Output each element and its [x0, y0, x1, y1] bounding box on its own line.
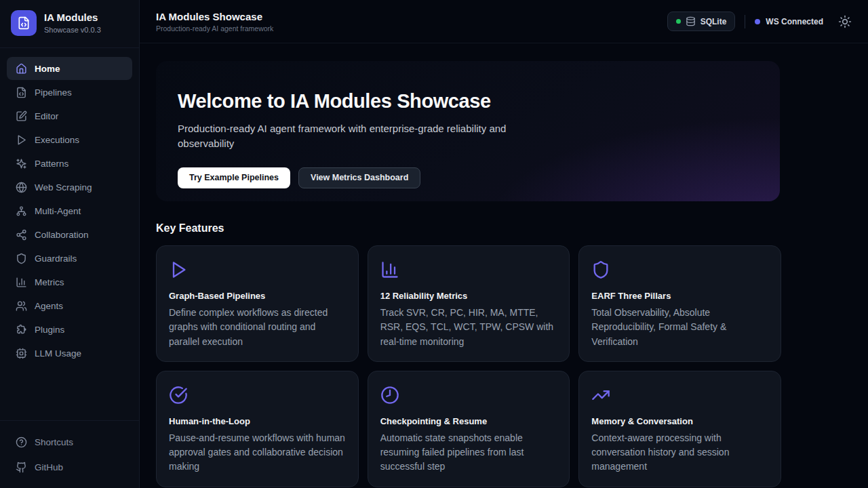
- database-icon: [686, 16, 696, 26]
- feature-card-memory-conversation: Memory & Conversation Context-aware proc…: [578, 371, 781, 487]
- shield-icon: [591, 260, 610, 279]
- app-logo: [11, 10, 37, 36]
- sidebar-item-label: Pipelines: [35, 87, 72, 98]
- sidebar-item-llm-usage[interactable]: LLM Usage: [7, 342, 132, 365]
- github-icon: [16, 462, 27, 473]
- ws-status-dot: [755, 19, 760, 24]
- trending-up-icon: [591, 386, 610, 405]
- users-icon: [16, 300, 27, 312]
- hero-title: Welcome to IA Modules Showcase: [178, 90, 758, 113]
- sidebar-item-label: Editor: [35, 111, 58, 121]
- play-icon: [16, 134, 27, 146]
- sidebar-item-patterns[interactable]: Patterns: [7, 152, 132, 175]
- feature-card-checkpointing-resume: Checkpointing & Resume Automatic state s…: [368, 371, 570, 487]
- key-features-heading: Key Features: [156, 222, 852, 235]
- share-icon: [16, 229, 27, 241]
- hero-subtitle: Production-ready AI agent framework with…: [178, 121, 518, 151]
- page-subtitle: Production-ready AI agent framework: [156, 24, 273, 33]
- divider: [745, 15, 745, 28]
- clock-icon: [380, 386, 399, 405]
- home-icon: [16, 63, 27, 75]
- feature-card-title: Human-in-the-Loop: [169, 416, 346, 426]
- hero-banner: Welcome to IA Modules Showcase Productio…: [156, 61, 780, 201]
- sidebar-item-multi-agent[interactable]: Multi-Agent: [7, 199, 132, 222]
- sidebar-item-label: GitHub: [35, 462, 63, 472]
- ws-status: WS Connected: [755, 17, 823, 26]
- feature-card-title: Memory & Conversation: [591, 416, 768, 426]
- try-example-pipelines-button[interactable]: Try Example Pipelines: [178, 167, 290, 188]
- feature-card-title: 12 Reliability Metrics: [380, 291, 557, 301]
- brand-title: IA Modules: [44, 12, 101, 24]
- sidebar-item-editor[interactable]: Editor: [7, 104, 132, 127]
- main-area: IA Modules Showcase Production-ready AI …: [140, 0, 868, 488]
- sidebar-item-label: Shortcuts: [35, 437, 73, 447]
- sidebar-item-collaboration[interactable]: Collaboration: [7, 223, 132, 246]
- help-circle-icon: [16, 436, 27, 448]
- sidebar-item-label: Web Scraping: [35, 182, 92, 192]
- sun-icon: [838, 15, 852, 28]
- feature-card-12-reliability-metrics: 12 Reliability Metrics Track SVR, CR, PC…: [368, 245, 570, 362]
- feature-card-title: Checkpointing & Resume: [380, 416, 557, 426]
- brand: IA Modules Showcase v0.0.3: [0, 0, 139, 48]
- sidebar-item-label: Metrics: [35, 277, 64, 287]
- feature-card-earf-three-pillars: EARF Three Pillars Total Observability, …: [578, 245, 781, 362]
- feature-card-human-in-the-loop: Human-in-the-Loop Pause-and-resume workf…: [156, 371, 359, 487]
- ws-status-label: WS Connected: [766, 17, 823, 26]
- sidebar-item-github[interactable]: GitHub: [7, 455, 132, 479]
- feature-card-graph-based-pipelines: Graph-Based Pipelines Define complex wor…: [156, 245, 359, 362]
- sidebar-item-plugins[interactable]: Plugins: [7, 318, 132, 341]
- sidebar-item-guardrails[interactable]: Guardrails: [7, 247, 132, 270]
- sidebar-item-executions[interactable]: Executions: [7, 128, 132, 151]
- sidebar-item-agents[interactable]: Agents: [7, 294, 132, 317]
- sidebar: IA Modules Showcase v0.0.3 HomePipelines…: [0, 0, 140, 488]
- play-icon: [169, 260, 188, 279]
- shield-icon: [16, 253, 27, 264]
- sidebar-item-home[interactable]: Home: [7, 57, 132, 80]
- feature-card-description: Total Observability, Absolute Reproducib…: [591, 306, 768, 349]
- sidebar-item-label: Patterns: [35, 159, 68, 169]
- org-chart-icon: [16, 205, 27, 217]
- top-bar: IA Modules Showcase Production-ready AI …: [140, 0, 868, 43]
- check-circle-icon: [169, 386, 188, 405]
- sidebar-item-label: Executions: [35, 135, 79, 145]
- sidebar-item-label: LLM Usage: [35, 348, 81, 359]
- database-label: SQLite: [701, 17, 727, 26]
- sidebar-item-label: Guardrails: [35, 253, 77, 264]
- file-code-icon: [16, 87, 27, 98]
- sparkles-icon: [16, 158, 27, 169]
- database-status-badge[interactable]: SQLite: [667, 12, 736, 31]
- sidebar-item-metrics[interactable]: Metrics: [7, 270, 132, 293]
- feature-card-description: Track SVR, CR, PC, HIR, MA, MTTE, RSR, E…: [380, 306, 557, 349]
- bar-chart-icon: [380, 260, 399, 279]
- globe-icon: [16, 182, 27, 193]
- file-code-icon: [17, 16, 31, 30]
- page-title: IA Modules Showcase: [156, 11, 273, 22]
- feature-cards-grid: Graph-Based Pipelines Define complex wor…: [156, 245, 781, 488]
- status-dot-green: [676, 19, 681, 24]
- feature-card-title: Graph-Based Pipelines: [169, 291, 346, 301]
- sidebar-item-label: Plugins: [35, 325, 64, 335]
- theme-toggle-button[interactable]: [838, 15, 852, 28]
- cpu-icon: [16, 348, 27, 359]
- sidebar-nav: HomePipelinesEditorExecutionsPatternsWeb…: [0, 48, 139, 420]
- sidebar-item-pipelines[interactable]: Pipelines: [7, 81, 132, 104]
- content: Welcome to IA Modules Showcase Productio…: [140, 43, 868, 488]
- sidebar-item-label: Multi-Agent: [35, 206, 81, 216]
- brand-subtitle: Showcase v0.0.3: [44, 26, 101, 34]
- sidebar-item-label: Agents: [35, 301, 63, 311]
- puzzle-icon: [16, 324, 27, 336]
- bar-chart-icon: [16, 277, 27, 288]
- feature-card-description: Define complex workflows as directed gra…: [169, 306, 346, 349]
- edit-icon: [16, 110, 27, 122]
- feature-card-description: Pause-and-resume workflows with human ap…: [169, 431, 346, 474]
- feature-card-description: Context-aware processing with conversati…: [591, 431, 768, 474]
- sidebar-item-shortcuts[interactable]: Shortcuts: [7, 430, 132, 454]
- sidebar-footer: ShortcutsGitHub: [0, 420, 139, 488]
- sidebar-item-label: Collaboration: [35, 230, 89, 240]
- sidebar-item-label: Home: [35, 64, 60, 74]
- feature-card-description: Automatic state snapshots enable resumin…: [380, 431, 557, 474]
- view-metrics-dashboard-button[interactable]: View Metrics Dashboard: [298, 167, 420, 188]
- feature-card-title: EARF Three Pillars: [591, 291, 768, 301]
- sidebar-item-web-scraping[interactable]: Web Scraping: [7, 176, 132, 199]
